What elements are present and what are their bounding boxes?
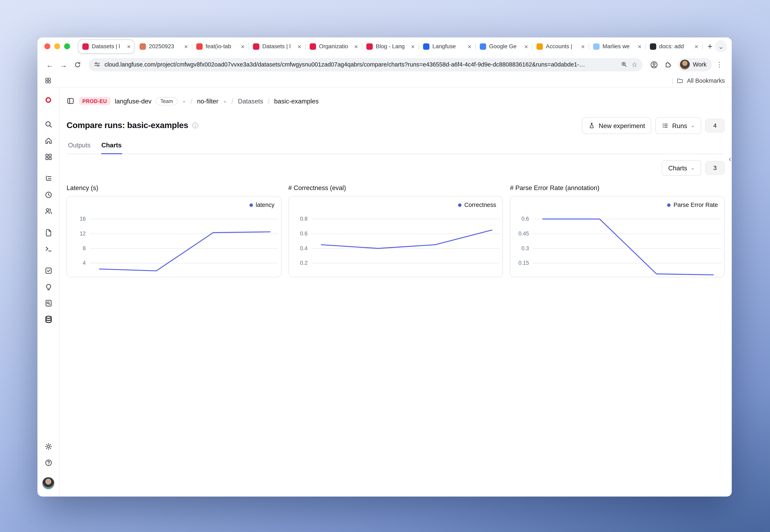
apps-grid-icon[interactable] <box>44 77 52 84</box>
svg-text:0.2: 0.2 <box>300 260 308 266</box>
sidebar-home-icon[interactable] <box>44 133 53 149</box>
sidebar-search-icon[interactable] <box>44 116 53 132</box>
organization-name[interactable]: langfuse-dev <box>115 97 151 105</box>
svg-text:4: 4 <box>83 260 86 266</box>
sidebar-evaluators-icon[interactable] <box>44 295 53 311</box>
tab-close-icon[interactable]: × <box>240 43 246 50</box>
address-bar[interactable]: cloud.langfuse.com/project/cmfwgv8fx002o… <box>89 58 643 71</box>
browser-menu-icon[interactable]: ⋮ <box>713 61 726 68</box>
tab-label: Datasets | l <box>92 43 123 49</box>
macos-traffic-lights[interactable] <box>44 43 70 49</box>
tab-label: Organizatio <box>319 43 350 49</box>
minimize-window-button[interactable] <box>54 43 60 49</box>
tab-favicon-icon <box>139 43 146 49</box>
tab-close-icon[interactable]: × <box>693 43 699 50</box>
tab-close-icon[interactable]: × <box>523 43 529 50</box>
browser-tab[interactable]: Blog - Lang × <box>362 40 418 53</box>
org-switcher-chevron-icon[interactable]: ⌄ <box>182 99 186 103</box>
browser-tab[interactable]: Organizatio × <box>306 40 361 53</box>
browser-tab[interactable]: 20250923 × <box>135 40 191 53</box>
tab-close-icon[interactable]: × <box>297 43 302 50</box>
new-experiment-button[interactable]: New experiment <box>582 117 652 134</box>
browser-tab[interactable]: feat(io-tab × <box>192 40 248 53</box>
sidebar-users-icon[interactable] <box>44 203 53 219</box>
tab-outputs[interactable]: Outputs <box>68 141 91 154</box>
reload-button[interactable] <box>71 61 84 68</box>
charts-dropdown-button[interactable]: Charts ⌄ <box>662 160 701 176</box>
browser-tab[interactable]: docs: add × <box>646 40 702 53</box>
breadcrumb-separator: / <box>268 97 270 105</box>
browser-tab-strip: Datasets | l × 20250923 × feat(io-tab × … <box>37 37 732 55</box>
zoom-icon[interactable] <box>621 61 628 68</box>
tab-close-icon[interactable]: × <box>466 43 472 50</box>
sidebar-playground-terminal-icon[interactable] <box>44 241 53 257</box>
breadcrumb-current-item[interactable]: basic-examples <box>274 97 319 105</box>
sidebar-tracing-icon[interactable] <box>44 170 53 187</box>
account-icon[interactable] <box>648 60 660 69</box>
maximize-window-button[interactable] <box>64 43 70 49</box>
legend-label: latency <box>256 202 275 209</box>
browser-tab[interactable]: Datasets | l × <box>78 39 134 54</box>
breadcrumb-separator: / <box>190 97 192 105</box>
tab-search-button[interactable]: ⌄ <box>715 40 727 52</box>
profile-name: Work <box>693 61 707 68</box>
langfuse-logo-icon[interactable] <box>43 95 54 105</box>
close-window-button[interactable] <box>44 43 50 49</box>
tab-close-icon[interactable]: × <box>580 43 586 50</box>
tab-charts[interactable]: Charts <box>101 141 122 154</box>
svg-text:12: 12 <box>80 230 86 237</box>
svg-text:0.8: 0.8 <box>300 216 308 222</box>
legend-label: Correctness <box>464 202 496 209</box>
svg-text:8: 8 <box>83 245 86 251</box>
project-name[interactable]: no-filter <box>197 97 219 105</box>
tab-close-icon[interactable]: × <box>183 43 189 50</box>
flask-icon <box>589 122 596 129</box>
tab-close-icon[interactable]: × <box>353 43 359 50</box>
sidebar-scores-icon[interactable] <box>44 263 53 279</box>
svg-text:0.45: 0.45 <box>518 230 529 237</box>
sidebar-toggle-icon[interactable] <box>67 97 74 105</box>
tab-close-icon[interactable]: × <box>410 43 416 50</box>
tab-label: Accounts | <box>546 43 577 49</box>
sidebar-prompts-icon[interactable] <box>44 225 53 241</box>
sidebar-sessions-clock-icon[interactable] <box>44 187 53 203</box>
sidebar-help-icon[interactable] <box>44 455 53 471</box>
browser-tab[interactable]: Marlies we × <box>589 40 645 53</box>
extensions-puzzle-icon[interactable] <box>661 61 674 68</box>
back-button[interactable]: ← <box>43 60 56 69</box>
project-switcher-chevron-icon[interactable]: ⌄ <box>223 99 227 103</box>
info-icon[interactable]: ⓘ <box>192 122 198 130</box>
sidebar-lightbulb-icon[interactable] <box>44 279 53 295</box>
browser-tab[interactable]: Google Ge × <box>476 40 531 53</box>
svg-text:0.4: 0.4 <box>300 245 308 251</box>
tab-label: 20250923 <box>149 43 180 49</box>
page-title: Compare runs: basic-examples <box>67 121 188 131</box>
url-text[interactable]: cloud.langfuse.com/project/cmfwgv8fx002o… <box>104 61 617 68</box>
all-bookmarks[interactable]: | All Bookmarks <box>672 77 725 84</box>
browser-tab[interactable]: Datasets | l × <box>249 40 305 53</box>
main-content: PROD-EU langfuse-dev Team ⌄ / no-filter … <box>60 88 732 496</box>
bookmark-star-icon[interactable]: ☆ <box>632 61 638 68</box>
chart-parse-error-rate: # Parse Error Rate (annotation) Parse Er… <box>510 184 725 277</box>
breadcrumb-datasets-link[interactable]: Datasets <box>238 97 263 105</box>
sidebar-settings-gear-icon[interactable] <box>44 438 53 455</box>
browser-profile-chip[interactable]: Work <box>678 58 712 71</box>
runs-dropdown-button[interactable]: Runs ⌄ <box>655 117 701 134</box>
tab-favicon-icon <box>593 43 600 49</box>
runs-count-badge: 4 <box>705 119 725 132</box>
breadcrumb: PROD-EU langfuse-dev Team ⌄ / no-filter … <box>67 88 725 113</box>
folder-icon <box>677 77 684 84</box>
browser-tab[interactable]: Accounts | × <box>532 40 588 53</box>
sidebar-dashboard-icon[interactable] <box>44 149 53 165</box>
sidebar-datasets-icon[interactable] <box>44 311 53 328</box>
site-settings-icon[interactable] <box>94 61 101 68</box>
user-avatar[interactable] <box>42 477 55 490</box>
tab-close-icon[interactable]: × <box>126 43 132 50</box>
browser-tab[interactable]: Langfuse × <box>419 40 475 53</box>
tab-label: Google Ge <box>489 43 520 49</box>
environment-badge: PROD-EU <box>79 97 110 105</box>
tab-close-icon[interactable]: × <box>637 43 643 50</box>
desktop-background: Datasets | l × 20250923 × feat(io-tab × … <box>0 0 770 532</box>
panel-collapse-icon[interactable]: ‹ <box>729 155 731 163</box>
forward-button[interactable]: → <box>57 60 70 69</box>
